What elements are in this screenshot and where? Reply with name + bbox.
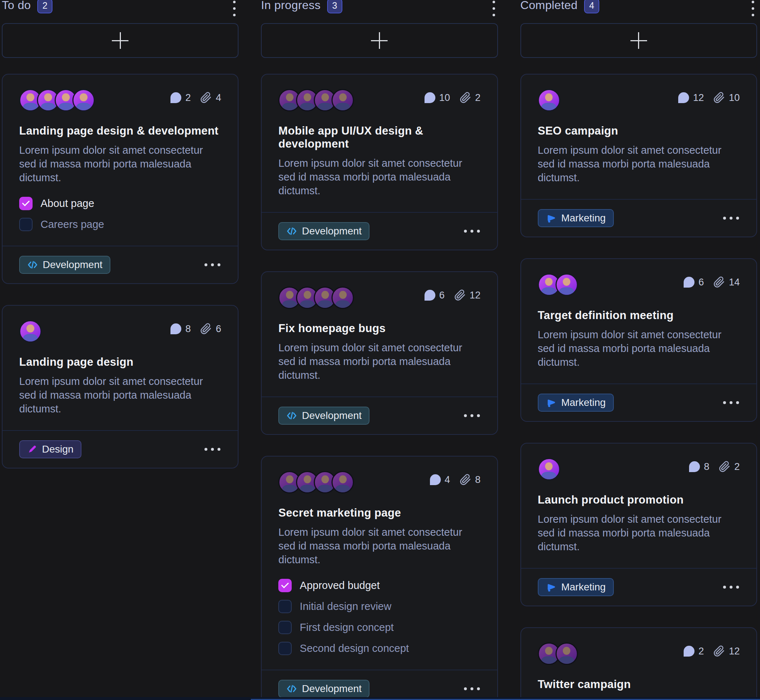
checklist-label: Approved budget (300, 580, 380, 591)
card-body: 4 8 Secret marketing page Lorem ipsum do… (262, 456, 497, 670)
attachments-count: 14 (729, 277, 740, 288)
card-description: Lorem ipsum dolor sit amet consectetur s… (538, 328, 740, 369)
card-body: 2 12 Twitter campaign Lorem ipsum dolor … (521, 628, 756, 700)
comments-count: 4 (445, 474, 450, 486)
attachments-count: 2 (475, 92, 481, 103)
card-title: Twitter campaign (538, 678, 740, 691)
checkbox[interactable] (278, 600, 292, 613)
comments-count: 6 (699, 277, 704, 288)
comments-count: 12 (693, 92, 704, 103)
card-meta: 8 2 (689, 461, 740, 472)
add-card-button[interactable] (521, 23, 757, 58)
card-title: Launch product promotion (538, 494, 740, 506)
comments-icon (678, 92, 689, 103)
card-meta: 4 8 (430, 474, 481, 486)
avatar (555, 642, 578, 665)
avatar-group (19, 320, 42, 342)
card-title: Fix homepage bugs (278, 322, 480, 335)
code-icon (286, 226, 297, 237)
column-title: To do (2, 0, 31, 12)
card-title: Secret marketing page (278, 506, 480, 519)
column-menu-button[interactable] (231, 0, 238, 18)
task-card[interactable]: 12 10 SEO campaign Lorem ipsum dolor sit… (521, 74, 757, 238)
checklist-item: First design concept (278, 621, 480, 634)
card-footer: Design (3, 430, 238, 468)
task-card[interactable]: 8 6 Landing page design Lorem ipsum dolo… (2, 305, 239, 469)
card-menu-button[interactable] (463, 228, 481, 235)
task-card[interactable]: 6 12 Fix homepage bugs Lorem ipsum dolor… (261, 271, 497, 435)
tag-chip: Development (278, 406, 369, 425)
bottom-edge-strip (0, 697, 760, 700)
megaphone-icon (546, 397, 557, 408)
task-card[interactable]: 8 2 Launch product promotion Lorem ipsum… (521, 443, 757, 606)
paperclip-icon (200, 323, 212, 334)
checklist-item: Initial design review (278, 600, 480, 613)
tag-label: Marketing (561, 581, 606, 593)
checklist: About page Careers page (19, 197, 221, 231)
card-footer: Development (262, 212, 497, 250)
comments-icon (683, 646, 694, 656)
card-body: 8 6 Landing page design Lorem ipsum dolo… (3, 306, 238, 430)
card-meta: 8 6 (170, 323, 221, 334)
card-head: 8 2 (538, 458, 740, 480)
card-description: Lorem ipsum dolor sit amet consectetur s… (278, 525, 480, 567)
tag-chip: Marketing (538, 394, 614, 412)
card-footer: Development (262, 670, 497, 700)
card-menu-button[interactable] (204, 261, 221, 269)
card-head: 4 8 (278, 471, 480, 494)
comments-count: 10 (439, 92, 450, 103)
tag-label: Development (302, 410, 361, 422)
column-menu-button[interactable] (749, 0, 756, 18)
column-menu-button[interactable] (490, 0, 497, 18)
checkbox[interactable] (278, 621, 292, 634)
card-meta: 2 4 (170, 92, 221, 103)
attachments-count: 8 (475, 474, 481, 486)
checklist-item: About page (19, 197, 221, 210)
add-card-button[interactable] (261, 23, 497, 58)
card-menu-button[interactable] (722, 214, 740, 222)
card-title: Target definition meeting (538, 309, 740, 322)
avatar (538, 458, 560, 480)
attachments-count: 10 (729, 92, 740, 103)
checklist-label: First design concept (300, 622, 394, 633)
tag-label: Development (302, 225, 361, 237)
attachments-count: 4 (216, 92, 221, 103)
card-menu-button[interactable] (722, 583, 740, 591)
task-card[interactable]: 10 2 Mobile app UI/UX design & developme… (261, 74, 497, 250)
comments-count: 6 (439, 290, 445, 301)
card-body: 6 14 Target definition meeting Lorem ips… (521, 259, 756, 383)
card-description: Lorem ipsum dolor sit amet consectetur s… (19, 374, 221, 416)
tag-chip: Development (278, 680, 369, 698)
card-meta: 6 14 (683, 277, 740, 288)
comments-icon (170, 323, 181, 334)
checkbox[interactable] (19, 197, 33, 210)
avatar (332, 471, 354, 494)
card-menu-button[interactable] (463, 685, 481, 692)
card-description: Lorem ipsum dolor sit amet consectetur s… (19, 143, 221, 184)
checklist-item: Approved budget (278, 579, 480, 592)
card-body: 6 12 Fix homepage bugs Lorem ipsum dolor… (262, 272, 497, 397)
avatar (332, 89, 354, 111)
task-card[interactable]: 2 12 Twitter campaign Lorem ipsum dolor … (521, 627, 757, 700)
task-card[interactable]: 6 14 Target definition meeting Lorem ips… (521, 258, 757, 422)
checkbox[interactable] (19, 218, 33, 231)
tag-chip: Design (19, 440, 81, 458)
card-list: 12 10 SEO campaign Lorem ipsum dolor sit… (521, 74, 757, 700)
card-body: 2 4 Landing page design & development Lo… (3, 75, 238, 245)
card-menu-button[interactable] (463, 412, 481, 419)
paperclip-icon (454, 289, 466, 301)
card-menu-button[interactable] (722, 399, 740, 406)
task-card[interactable]: 4 8 Secret marketing page Lorem ipsum do… (261, 456, 497, 700)
card-title: Landing page design (19, 356, 221, 369)
task-card[interactable]: 2 4 Landing page design & development Lo… (2, 74, 239, 284)
avatar (538, 89, 560, 111)
card-menu-button[interactable] (204, 446, 221, 453)
card-head: 2 12 (538, 642, 740, 665)
checkbox[interactable] (278, 579, 292, 592)
avatar-group (538, 273, 578, 296)
column-header: Completed 4 (521, 0, 757, 17)
checkbox[interactable] (278, 642, 292, 655)
add-card-button[interactable] (2, 23, 239, 58)
avatar (19, 320, 42, 342)
checklist: Approved budget Initial design review Fi… (278, 579, 480, 655)
